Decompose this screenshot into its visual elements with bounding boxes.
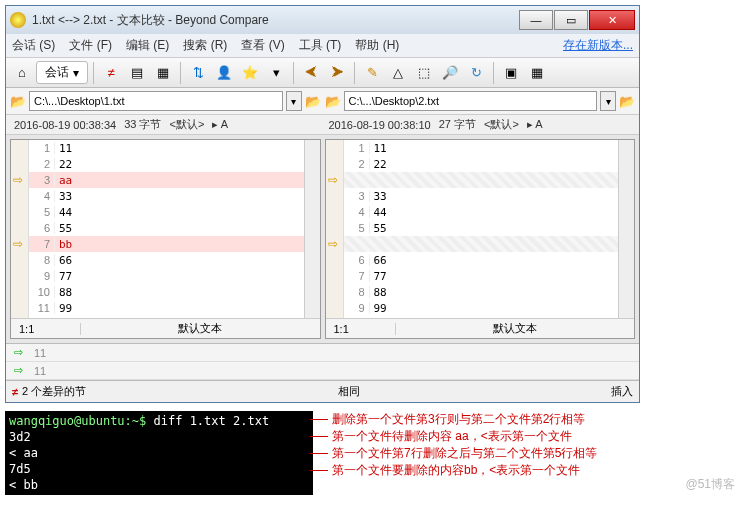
command: diff 1.txt 2.txt (154, 414, 270, 428)
find-button[interactable]: 🔎 (438, 61, 462, 85)
app-icon (10, 12, 26, 28)
line-row[interactable]: 666 (344, 252, 619, 268)
person-button[interactable]: 👤 (212, 61, 236, 85)
line-row[interactable]: 433 (29, 188, 304, 204)
line-row[interactable] (344, 172, 619, 188)
close-button[interactable]: ✕ (589, 10, 635, 30)
line-row[interactable]: 111 (29, 140, 304, 156)
swap-button[interactable]: ▦ (151, 61, 175, 85)
annotations: 删除第一个文件第3行则与第二个文件第2行相等 第一个文件待删除内容 aa，<表示… (320, 411, 740, 479)
menu-view[interactable]: 查看 (V) (241, 37, 284, 54)
info-bar: 2016-08-19 00:38:34 33 字节 <默认> ▸ A 2016-… (6, 115, 639, 135)
term-out-3: < bb (9, 477, 309, 493)
line-row[interactable]: 1088 (29, 284, 304, 300)
status-same: 相同 (86, 384, 611, 399)
watermark: @51博客 (685, 476, 735, 493)
left-path-input[interactable] (29, 91, 283, 111)
statusbar: ≠ 2 个差异的节 相同 插入 (6, 380, 639, 402)
grid-button[interactable]: ▦ (525, 61, 549, 85)
line-row[interactable]: 544 (29, 204, 304, 220)
annot-1: 第一个文件待删除内容 aa，<表示第一个文件 (320, 428, 740, 445)
right-size: 27 字节 (439, 117, 476, 132)
menu-edit[interactable]: 编辑 (E) (126, 37, 169, 54)
menu-search[interactable]: 搜索 (R) (183, 37, 227, 54)
titlebar[interactable]: 1.txt <--> 2.txt - 文本比较 - Beyond Compare… (6, 6, 639, 34)
next-diff-button[interactable]: ▾ (264, 61, 288, 85)
reload-button[interactable]: ↻ (464, 61, 488, 85)
line-row[interactable]: 222 (344, 156, 619, 172)
thumb-button[interactable]: ▤ (125, 61, 149, 85)
compare-panes: ⇨⇨ 1112223aa4335446557bb86697710881199- … (6, 135, 639, 343)
line-row[interactable]: 3aa (29, 172, 304, 188)
star-button[interactable]: ⭐ (238, 61, 262, 85)
line-row[interactable]: 555 (344, 220, 619, 236)
line-row[interactable]: 222 (29, 156, 304, 172)
browse-right-icon[interactable]: 📂 (619, 94, 635, 109)
bottom-line1: 11 (30, 347, 50, 359)
left-size: 33 字节 (124, 117, 161, 132)
mark-button[interactable]: △ (386, 61, 410, 85)
menu-file[interactable]: 文件 (F) (69, 37, 112, 54)
line-row[interactable]: 111 (344, 140, 619, 156)
menu-session[interactable]: 会话 (S) (12, 37, 55, 54)
right-scrollbar[interactable] (618, 140, 634, 318)
menu-help[interactable]: 帮助 (H) (355, 37, 399, 54)
line-row[interactable]: 777 (344, 268, 619, 284)
annot-0: 删除第一个文件第3行则与第二个文件第2行相等 (320, 411, 740, 428)
line-row[interactable]: 333 (344, 188, 619, 204)
line-row[interactable] (344, 236, 619, 252)
right-timestamp: 2016-08-19 00:38:10 (329, 119, 431, 131)
open-left-icon[interactable]: 📂 (10, 94, 26, 109)
diff-filter-button[interactable]: ≠ (99, 61, 123, 85)
status-insert: 插入 (611, 384, 633, 399)
line-row[interactable]: 1199 (29, 300, 304, 316)
line-row[interactable]: 655 (29, 220, 304, 236)
line-row[interactable]: 999 (344, 300, 619, 316)
menu-tools[interactable]: 工具 (T) (299, 37, 342, 54)
right-enc-footer[interactable]: 默认文本 (396, 321, 635, 336)
term-out-1: < aa (9, 445, 309, 461)
line-row[interactable]: 7bb (29, 236, 304, 252)
copy-right-button[interactable]: ⮞ (325, 61, 349, 85)
right-pos: 1:1 (326, 323, 396, 335)
left-encoding[interactable]: <默认> (169, 117, 204, 132)
copy-left-button[interactable]: ⮜ (299, 61, 323, 85)
rules-button[interactable]: ⇅ (186, 61, 210, 85)
annot-2: 第一个文件第7行删除之后与第二个文件第5行相等 (320, 445, 740, 462)
section-button[interactable]: ⬚ (412, 61, 436, 85)
session-dropdown[interactable]: 会话▾ (36, 61, 88, 84)
layout-button[interactable]: ▣ (499, 61, 523, 85)
right-pane: ⇨⇨ 111222333444555666777888999- 1:1 默认文本 (325, 139, 636, 339)
path-bar: 📂 ▾ 📂 📂 ▾ 📂 (6, 88, 639, 115)
right-encoding[interactable]: <默认> (484, 117, 519, 132)
left-a[interactable]: ▸ A (212, 118, 228, 131)
line-row[interactable]: 888 (344, 284, 619, 300)
bottom-line2: 11 (30, 365, 50, 377)
home-button[interactable]: ⌂ (10, 61, 34, 85)
terminal: wangqiguo@ubuntu:~$ diff 1.txt 2.txt 3d2… (5, 411, 313, 495)
left-path-dropdown[interactable]: ▾ (286, 91, 302, 111)
diff-icon: ≠ (12, 386, 18, 398)
app-window: 1.txt <--> 2.txt - 文本比较 - Beyond Compare… (5, 5, 640, 403)
line-row[interactable]: 866 (29, 252, 304, 268)
left-scrollbar[interactable] (304, 140, 320, 318)
edit-button[interactable]: ✎ (360, 61, 384, 85)
right-lines[interactable]: 111222333444555666777888999- (344, 140, 619, 318)
right-a[interactable]: ▸ A (527, 118, 543, 131)
left-lines[interactable]: 1112223aa4335446557bb86697710881199- (29, 140, 304, 318)
open-right-icon[interactable]: 📂 (325, 94, 341, 109)
right-gutter: ⇨⇨ (326, 140, 344, 318)
line-row[interactable]: 444 (344, 204, 619, 220)
menubar: 会话 (S) 文件 (F) 编辑 (E) 搜索 (R) 查看 (V) 工具 (T… (6, 34, 639, 58)
window-title: 1.txt <--> 2.txt - 文本比较 - Beyond Compare (32, 12, 519, 29)
right-path-dropdown[interactable]: ▾ (600, 91, 616, 111)
minimize-button[interactable]: — (519, 10, 553, 30)
new-version-link[interactable]: 存在新版本... (563, 37, 633, 54)
term-out-2: 7d5 (9, 461, 309, 477)
status-diffs: 2 个差异的节 (22, 384, 86, 399)
right-path-input[interactable] (344, 91, 598, 111)
browse-left-icon[interactable]: 📂 (305, 94, 321, 109)
line-row[interactable]: 977 (29, 268, 304, 284)
left-enc-footer[interactable]: 默认文本 (81, 321, 320, 336)
maximize-button[interactable]: ▭ (554, 10, 588, 30)
